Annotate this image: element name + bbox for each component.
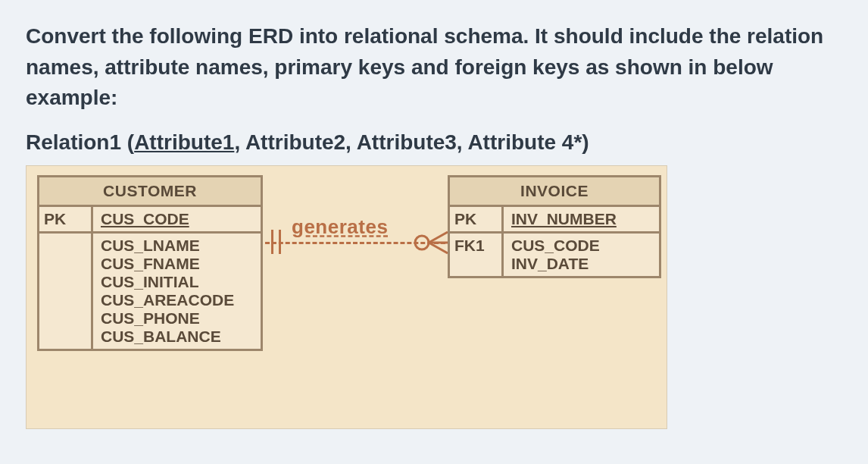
entity-customer: CUSTOMER PK CUS_CODE CUS_LNAME CUS_FNAME…: [37, 175, 263, 351]
invoice-pk-attr: INV_NUMBER: [504, 207, 659, 231]
relationship-label: generates: [292, 215, 388, 239]
customer-attr: CUS_INITIAL: [101, 273, 254, 291]
invoice-pk-row: PK INV_NUMBER: [450, 207, 659, 231]
example-relation: Relation1: [26, 130, 121, 154]
customer-pk-keycol: PK: [39, 207, 93, 231]
cardinality-one-tick: [271, 230, 273, 254]
customer-attr-row: CUS_LNAME CUS_FNAME CUS_INITIAL CUS_AREA…: [39, 231, 261, 349]
customer-attr: CUS_FNAME: [101, 255, 254, 273]
customer-attr-list: CUS_LNAME CUS_FNAME CUS_INITIAL CUS_AREA…: [93, 234, 261, 349]
erd-diagram: CUSTOMER PK CUS_CODE CUS_LNAME CUS_FNAME…: [26, 165, 667, 429]
invoice-fk-keycol: FK1: [450, 234, 504, 276]
entity-customer-title: CUSTOMER: [39, 177, 261, 207]
customer-pk-attr: CUS_CODE: [93, 207, 261, 231]
svg-line-3: [429, 243, 448, 253]
customer-attr: CUS_PHONE: [101, 309, 254, 328]
invoice-attr: CUS_CODE: [511, 237, 653, 255]
cardinality-many-crowfoot: [413, 230, 448, 256]
customer-attr: CUS_AREACODE: [101, 291, 254, 309]
entity-invoice: INVOICE PK INV_NUMBER FK1 CUS_CODE INV_D…: [448, 175, 661, 278]
invoice-pk-keycol: PK: [450, 207, 504, 231]
customer-attr-keycol: [39, 234, 93, 349]
customer-attr: CUS_LNAME: [101, 237, 254, 255]
customer-attr: CUS_BALANCE: [101, 328, 254, 346]
svg-point-0: [415, 236, 429, 249]
example-pk: Attribute1: [134, 130, 234, 154]
customer-pk-row: PK CUS_CODE: [39, 207, 261, 231]
example-rest: , Attribute2, Attribute3, Attribute 4*): [234, 130, 589, 154]
example-schema-line: Relation1 (Attribute1, Attribute2, Attri…: [26, 130, 842, 155]
invoice-attr: INV_DATE: [511, 255, 653, 273]
invoice-attr-list: CUS_CODE INV_DATE: [504, 234, 659, 276]
invoice-attr-row: FK1 CUS_CODE INV_DATE: [450, 231, 659, 276]
entity-invoice-title: INVOICE: [450, 177, 659, 207]
question-heading: Convert the following ERD into relationa…: [26, 21, 842, 114]
cardinality-one-tick: [279, 230, 281, 254]
svg-line-1: [429, 232, 448, 243]
